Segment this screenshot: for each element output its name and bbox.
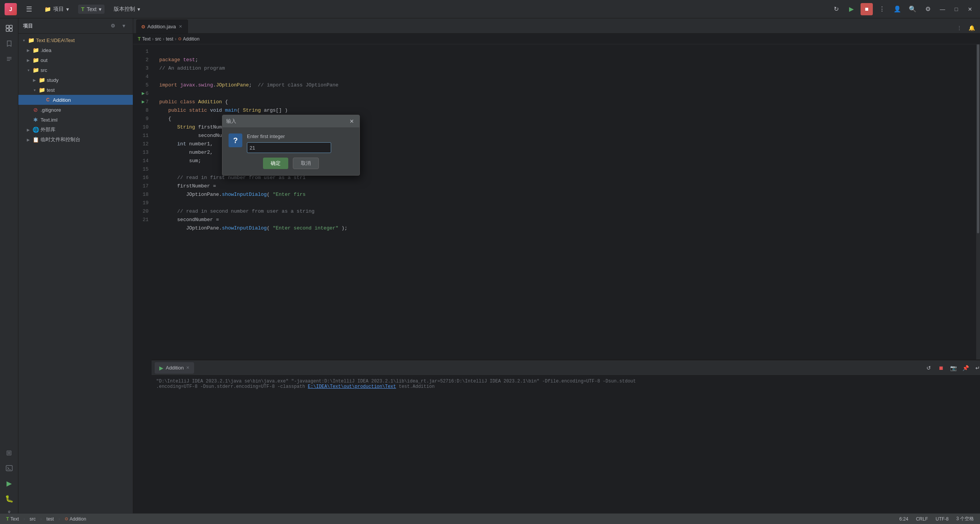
folder-icon: 📁 [38, 77, 45, 83]
tree-item-label: Text E:\IDEA\Text [36, 37, 75, 43]
search-everywhere-button[interactable]: 🔍 [906, 3, 919, 15]
tree-item-study[interactable]: ▶ 📁 study [18, 75, 133, 85]
project-view-icon[interactable] [2, 21, 16, 35]
debug-icon[interactable]: 🐛 [2, 492, 16, 506]
tree-item-test[interactable]: ▾ 📁 test [18, 85, 133, 95]
tree-item-external-libs[interactable]: ▶ 🌐 外部库 [18, 125, 133, 135]
tree-item-scratches[interactable]: ▶ 📋 临时文件和控制台 [18, 135, 133, 145]
editor-scrollbar[interactable] [976, 44, 980, 360]
tree-item-iml[interactable]: ✱ Text.iml [18, 115, 133, 125]
breadcrumb-addition[interactable]: Addition [183, 36, 199, 42]
terminal-icon[interactable] [2, 461, 16, 475]
tree-item-label: Addition [53, 97, 71, 103]
folder-icon: 📁 [38, 87, 45, 93]
breadcrumb-sep-1: › [152, 36, 154, 42]
status-sep-1: › [23, 516, 25, 522]
file-selector[interactable]: T Text ▾ [78, 5, 105, 14]
project-selector[interactable]: 📁 项目 ▾ [41, 4, 72, 14]
run-command-2: .encoding=UTF-8 -Dsun.stderr.encoding=UT… [156, 384, 980, 389]
status-line-ending[interactable]: CRLF [915, 516, 929, 522]
plugins-icon[interactable]: ⊞ [2, 446, 16, 460]
breadcrumb-src[interactable]: src [155, 36, 161, 42]
tree-arrow [26, 108, 31, 112]
status-bar: T Text › src › test › ⊙ Addition 6:24 CR… [0, 513, 980, 524]
structure-icon[interactable] [2, 52, 16, 66]
maximize-button[interactable]: □ [951, 4, 962, 15]
breadcrumb-test[interactable]: test [166, 36, 173, 42]
update-button[interactable]: ↻ [830, 3, 842, 15]
sidebar-collapse-btn[interactable]: ⚙ [108, 21, 118, 31]
run-tab[interactable]: ▶ Addition ✕ [155, 362, 194, 374]
run-tab-label: Addition [166, 365, 184, 371]
folder-icon: 📁 [28, 37, 34, 43]
file-tree: ▾ 📁 Text E:\IDEA\Text ▶ 📁 .idea ▶ 📁 out … [18, 34, 133, 524]
status-text-label: Text [10, 516, 19, 522]
bottom-panel: ▶ Addition ✕ ↺ ⏹ 📷 📌 ↵ ⋮ "D:\IntelliJ ID… [152, 360, 980, 524]
tree-arrow: ▾ [32, 88, 37, 92]
tree-item-out[interactable]: ▶ 📁 out [18, 55, 133, 65]
settings-button[interactable]: ⚙ [922, 3, 934, 15]
tree-item-addition[interactable]: C Addition [18, 95, 133, 105]
status-test-item[interactable]: test [45, 516, 55, 522]
bookmarks-icon[interactable] [2, 37, 16, 50]
screenshot-btn[interactable]: 📷 [948, 363, 959, 373]
minimize-button[interactable]: — [937, 4, 948, 15]
tree-item-gitignore[interactable]: ⊘ .gitignore [18, 105, 133, 115]
tree-arrow: ▾ [21, 38, 26, 42]
tree-item-label: 临时文件和控制台 [41, 136, 80, 143]
accounts-button[interactable]: 👤 [891, 3, 903, 15]
icon-bar: ⊞ ▶ 🐛 [0, 18, 18, 524]
file-letter-icon: T [81, 6, 85, 12]
stop-run-btn[interactable]: ⏹ [936, 363, 946, 373]
tree-arrow: ▶ [32, 78, 37, 82]
status-text-item[interactable]: T Text [5, 516, 20, 522]
menu-button[interactable]: ☰ [23, 3, 35, 15]
run-tab-close[interactable]: ✕ [186, 365, 189, 370]
status-src-item[interactable]: src [28, 516, 37, 522]
svg-rect-0 [6, 25, 9, 28]
tab-options-button[interactable]: ⋮ [954, 23, 965, 33]
close-button[interactable]: ✕ [965, 4, 975, 15]
code-content[interactable]: package test; // An addition program imp… [153, 44, 976, 360]
wrap-btn[interactable]: ↵ [972, 363, 980, 373]
tree-item-root[interactable]: ▾ 📁 Text E:\IDEA\Text [18, 35, 133, 45]
pin-btn[interactable]: 📌 [960, 363, 971, 373]
tree-item-label: Text.iml [41, 117, 57, 123]
tab-close-button[interactable]: ✕ [178, 23, 183, 30]
folder-icon: 📋 [32, 137, 39, 143]
vcs-selector[interactable]: 版本控制 ▾ [111, 4, 143, 14]
tree-arrow: ▶ [26, 58, 31, 62]
tree-arrow: ▾ [26, 68, 31, 72]
status-position-label: 6:24 [899, 516, 908, 522]
bottom-toolbar: ↺ ⏹ 📷 📌 ↵ ⋮ [923, 363, 980, 373]
folder-icon: 📁 [32, 47, 39, 53]
dialog-close-button[interactable]: ✕ [348, 117, 356, 125]
status-encoding[interactable]: UTF-8 [934, 516, 950, 522]
more-actions-button[interactable]: ⋮ [876, 3, 888, 15]
run-arrow-7[interactable]: ▶ [142, 98, 145, 106]
notifications-button[interactable]: 🔔 [966, 23, 977, 33]
tree-item-idea[interactable]: ▶ 📁 .idea [18, 45, 133, 55]
line-numbers: 1 2 3 4 5 ▶6 ▶7 8 9 10 1 [133, 44, 153, 360]
dialog-cancel-button[interactable]: 取消 [293, 158, 319, 169]
status-addition-item[interactable]: ⊙ Addition [63, 516, 88, 522]
tree-item-src[interactable]: ▾ 📁 src [18, 65, 133, 75]
tree-arrow: ▶ [26, 138, 31, 142]
dialog-input-field[interactable] [247, 142, 331, 153]
dialog-ok-button[interactable]: 确定 [263, 158, 288, 169]
run-arrow-6[interactable]: ▶ [142, 90, 145, 98]
run-button[interactable]: ▶ [845, 3, 858, 15]
svg-rect-2 [6, 29, 9, 31]
sidebar-expand-btn[interactable]: ▾ [119, 21, 128, 31]
classpath-link[interactable]: E:\IDEA\Text\out\production\Text [308, 384, 396, 389]
breadcrumb-text[interactable]: Text [142, 36, 150, 42]
restart-btn[interactable]: ↺ [923, 363, 934, 373]
status-indent[interactable]: 3 个空格 [955, 515, 975, 523]
run-panel-icon[interactable]: ▶ [2, 477, 16, 490]
stop-button[interactable]: ■ [861, 3, 873, 15]
vcs-dropdown-icon: ▾ [137, 6, 140, 12]
src-folder-icon: 📁 [32, 67, 39, 73]
status-position[interactable]: 6:24 [898, 516, 910, 522]
folder-icon: 🌐 [32, 127, 39, 133]
tab-addition-java[interactable]: ⊙ Addition.java ✕ [136, 20, 188, 33]
